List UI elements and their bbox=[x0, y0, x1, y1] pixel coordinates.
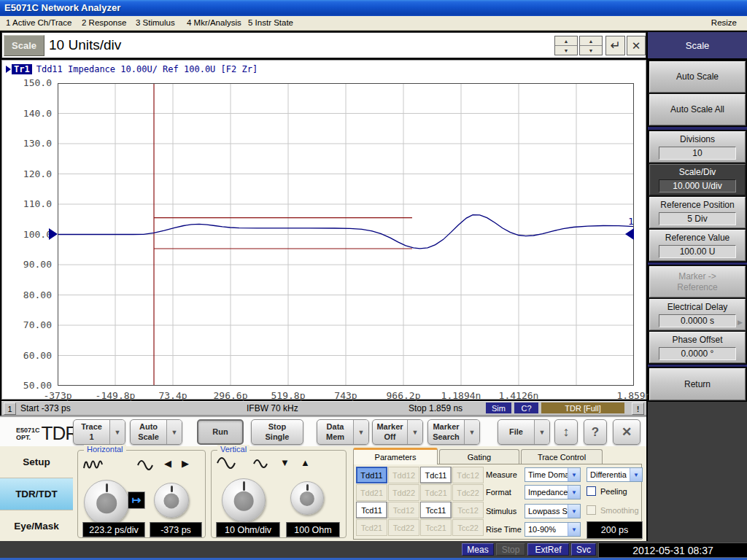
dropdown-arrow-icon[interactable]: ▼ bbox=[407, 420, 422, 444]
param-button-tcd22: Tcd22 bbox=[388, 519, 419, 536]
scale-entry-field[interactable]: 10 Units/div bbox=[49, 33, 121, 58]
y-axis-tick-label: 100.0 bbox=[9, 229, 52, 240]
sweep-stop: Stop 1.859 ns bbox=[409, 403, 462, 413]
close-toolbar-icon[interactable]: ✕ bbox=[613, 419, 640, 445]
stop-single-button[interactable]: StopSingle bbox=[251, 419, 303, 445]
instrument-status-bar: Meas Stop ExtRef Svc 2012-05-31 08:37 bbox=[0, 541, 747, 560]
trace-number-badge: Tr1 bbox=[12, 64, 32, 74]
spinner-up-icon[interactable]: ▲ bbox=[555, 36, 577, 46]
y-axis-tick-label: 110.0 bbox=[9, 198, 52, 209]
menu-item-active-ch-trace[interactable]: 1 Active Ch/Trace bbox=[6, 18, 71, 27]
trace-end-number: 1 bbox=[628, 216, 634, 227]
combo-arrow-icon[interactable]: ▼ bbox=[568, 523, 580, 536]
spinner-up-icon[interactable]: ▲ bbox=[580, 36, 602, 46]
param-button-tcd11[interactable]: Tcd11 bbox=[356, 502, 387, 518]
softkey-return[interactable]: Return bbox=[649, 368, 746, 400]
menu-item-stimulus[interactable]: 3 Stimulus bbox=[136, 18, 175, 27]
title-bar: E5071C Network Analyzer bbox=[0, 0, 747, 16]
format-dropdown[interactable]: Impedance ▼ bbox=[525, 485, 581, 499]
level-up-icon[interactable]: ▲ bbox=[301, 457, 310, 468]
dropdown-arrow-icon[interactable]: ▼ bbox=[353, 420, 368, 444]
softkey-auto-scale[interactable]: Auto Scale bbox=[649, 61, 746, 93]
vertical-position-knob[interactable] bbox=[290, 481, 324, 515]
help-icon[interactable]: ? bbox=[584, 419, 607, 445]
horizontal-group-title: Horizontal bbox=[84, 445, 126, 454]
combo-arrow-icon[interactable]: ▼ bbox=[568, 468, 580, 481]
horizontal-position-knob[interactable] bbox=[154, 483, 189, 518]
combo-arrow-icon[interactable]: ▼ bbox=[568, 505, 580, 518]
level-down-icon[interactable]: ▼ bbox=[280, 457, 290, 468]
sim-badge: Sim bbox=[486, 402, 511, 413]
dropdown-arrow-icon[interactable]: ▼ bbox=[534, 420, 549, 444]
submenu-arrow-icon: ▶ bbox=[738, 319, 743, 327]
marker-search-button[interactable]: MarkerSearch ▼ bbox=[427, 419, 480, 445]
softkey-electrical-delay[interactable]: Electrical Delay 0.0000 s ▶ bbox=[649, 299, 746, 330]
softkey-marker-to-reference: Marker -> Reference bbox=[649, 266, 746, 298]
auto-scale-button[interactable]: AutoScale ▼ bbox=[130, 419, 182, 445]
param-button-tdc11[interactable]: Tdc11 bbox=[420, 467, 452, 483]
menu-item-instr-state[interactable]: 5 Instr State bbox=[248, 18, 293, 27]
y-axis-tick-label: 80.00 bbox=[9, 289, 52, 300]
menu-tdr-tdt[interactable]: TDR/TDT bbox=[0, 478, 73, 510]
x-axis-tick-label: -149.8p bbox=[96, 390, 136, 401]
dropdown-arrow-icon[interactable]: ▼ bbox=[166, 420, 182, 444]
svc-status: Svc bbox=[571, 543, 596, 556]
smoothing-checkbox: Smoothing bbox=[587, 505, 639, 515]
dropdown-arrow-icon[interactable]: ▼ bbox=[109, 420, 125, 444]
menu-setup[interactable]: Setup bbox=[0, 446, 73, 478]
clock-display: 2012-05-31 08:37 bbox=[598, 542, 747, 558]
peeling-checkbox[interactable]: Peeling bbox=[587, 486, 627, 496]
x-axis-tick-label: 519.8p bbox=[271, 390, 306, 401]
softkey-separator bbox=[648, 127, 747, 130]
y-axis-tick-label: 130.0 bbox=[9, 138, 52, 149]
softkey-phase-offset[interactable]: Phase Offset 0.0000 ° bbox=[649, 332, 746, 363]
param-button-tdd11[interactable]: Tdd11 bbox=[356, 467, 387, 483]
softkey-divisions[interactable]: Divisions 10 bbox=[649, 131, 746, 163]
combo-arrow-icon[interactable]: ▼ bbox=[630, 468, 642, 481]
trace-status-line: Tr1 Tdd11 Impedance 10.00U/ Ref 100.0U [… bbox=[6, 64, 258, 74]
horizontal-scale-knob[interactable] bbox=[84, 480, 129, 525]
dropdown-arrow-icon[interactable]: ▼ bbox=[464, 420, 479, 444]
menu-bar: 1 Active Ch/Trace 2 Response 3 Stimulus … bbox=[0, 16, 747, 31]
tab-parameters[interactable]: Parameters bbox=[353, 448, 438, 464]
tab-gating[interactable]: Gating bbox=[439, 449, 519, 464]
position-left-icon[interactable]: ◀ bbox=[164, 458, 171, 469]
file-button[interactable]: File ▼ bbox=[498, 419, 550, 445]
marker-off-button[interactable]: MarkerOff ▼ bbox=[372, 419, 423, 445]
mode-dropdown[interactable]: Differentia ▼ bbox=[587, 467, 643, 482]
data-mem-button[interactable]: DataMem ▼ bbox=[317, 419, 369, 445]
combo-arrow-icon[interactable]: ▼ bbox=[568, 486, 580, 499]
tab-trace-control[interactable]: Trace Control bbox=[521, 449, 603, 464]
active-trace-arrow-icon bbox=[6, 66, 11, 73]
horizontal-group: Horizontal ◀ ▶ ↦ 223.2 ps/div -373 ps bbox=[77, 450, 206, 538]
menu-eye-mask[interactable]: Eye/Mask bbox=[0, 510, 73, 542]
vertical-scale-knob[interactable] bbox=[222, 478, 266, 522]
menu-item-resize[interactable]: Resize bbox=[711, 18, 737, 27]
x-axis-tick-label: 966.2p bbox=[387, 390, 421, 401]
move-toolbar-icon[interactable]: ↕ bbox=[554, 419, 578, 445]
softkey-reference-position[interactable]: Reference Position 5 Div bbox=[649, 197, 746, 228]
param-button-tcc11[interactable]: Tcc11 bbox=[420, 502, 452, 518]
stimulus-dropdown[interactable]: Lowpass S ▼ bbox=[525, 504, 581, 518]
softkey-auto-scale-all[interactable]: Auto Scale All bbox=[649, 94, 746, 125]
rise-time-dropdown[interactable]: 10-90% ▼ bbox=[525, 522, 581, 537]
menu-item-response[interactable]: 2 Response bbox=[82, 18, 126, 27]
marker-to-start-icon[interactable]: ↦ bbox=[128, 491, 145, 509]
menu-item-mkr-analysis[interactable]: 4 Mkr/Analysis bbox=[187, 18, 241, 27]
run-button[interactable]: Run bbox=[197, 419, 244, 445]
vertical-scale-display: 10 Ohm/div bbox=[216, 522, 280, 537]
softkey-scale-div[interactable]: Scale/Div 10.000 U/div bbox=[649, 164, 746, 195]
close-icon[interactable]: ✕ bbox=[627, 36, 646, 55]
spinner-down-icon[interactable]: ▼ bbox=[580, 46, 602, 55]
x-axis-tick-label: 73.4p bbox=[158, 390, 187, 401]
enter-icon[interactable]: ↵ bbox=[605, 36, 625, 55]
softkey-reference-value[interactable]: Reference Value 100.00 U bbox=[649, 230, 746, 261]
trace-select-button[interactable]: Trace1 ▼ bbox=[73, 419, 125, 445]
spinner-down-icon[interactable]: ▼ bbox=[555, 46, 577, 55]
checkbox-icon[interactable] bbox=[587, 486, 596, 496]
x-axis-tick-label: 1.1894n bbox=[441, 390, 481, 401]
logo-model: E5071C bbox=[16, 427, 40, 434]
position-right-icon[interactable]: ▶ bbox=[182, 458, 189, 469]
x-axis-tick-label: 743p bbox=[334, 390, 357, 401]
measure-dropdown[interactable]: Time Doma ▼ bbox=[525, 467, 581, 482]
